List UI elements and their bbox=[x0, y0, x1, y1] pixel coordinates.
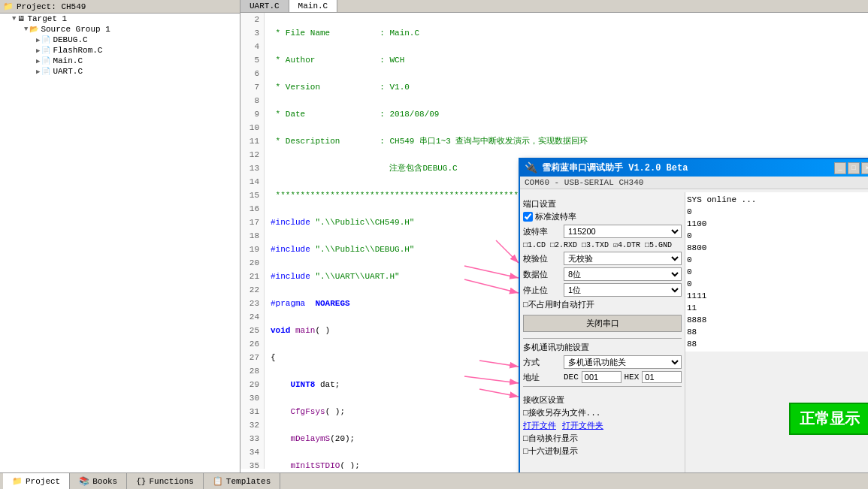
expand-icon-4: ▶ bbox=[36, 47, 40, 55]
sidebar-project-icon: 📁 bbox=[3, 2, 14, 11]
serial-title-left: 🔌 雪莉蓝串口调试助手 V1.2.0 Beta bbox=[525, 161, 688, 174]
output-line-7: 0 bbox=[687, 266, 868, 278]
serial-monitor: 🔌 雪莉蓝串口调试助手 V1.2.0 Beta _ □ ✕ COM60 - US… bbox=[519, 158, 868, 472]
stop-bits-row: 停止位 1位 2位 bbox=[523, 283, 682, 297]
data-bits-row: 数据位 8位 7位 bbox=[523, 267, 682, 281]
addr-dec-input[interactable] bbox=[582, 371, 622, 383]
status-tab-books[interactable]: 📚 Books bbox=[70, 473, 127, 490]
status-tab-functions[interactable]: {} Functions bbox=[127, 473, 204, 490]
addr-hex-input[interactable] bbox=[642, 371, 682, 383]
auto-open-row[interactable]: □不占用时自动打开 bbox=[523, 299, 682, 310]
output-line-3: 1100 bbox=[687, 218, 868, 230]
output-line-1: SYS online ... bbox=[687, 194, 868, 206]
std-baud-checkbox[interactable]: 标准波特率 bbox=[523, 211, 682, 222]
serial-settings: 端口设置 标准波特率 波特率 115200 bbox=[520, 192, 685, 472]
std-baud-check[interactable] bbox=[523, 212, 533, 222]
serial-title-bar: 🔌 雪莉蓝串口调试助手 V1.2.0 Beta _ □ ✕ bbox=[520, 159, 868, 177]
file-icon-flashrom: 📄 bbox=[41, 46, 50, 55]
tree-item-debug[interactable]: ▶ 📄 DEBUG.C bbox=[0, 35, 240, 45]
status-tab-templates[interactable]: 📋 Templates bbox=[204, 473, 280, 490]
output-line-5: 8800 bbox=[687, 242, 868, 254]
expand-icon: ▼ bbox=[12, 15, 16, 23]
source-group-label: Source Group 1 bbox=[41, 25, 110, 34]
output-line-4: 0 bbox=[687, 230, 868, 242]
signal-dtr: ☑4.DTR bbox=[613, 240, 640, 249]
addr-hex-label: HEX bbox=[625, 373, 640, 382]
maximize-button[interactable]: □ bbox=[848, 162, 860, 174]
file-debug: DEBUG.C bbox=[53, 35, 87, 44]
status-tabs: 📁 Project 📚 Books {} Functions 📋 Templat… bbox=[3, 473, 280, 490]
open-file-link[interactable]: 打开文件 bbox=[523, 420, 556, 431]
file-icon-main: 📄 bbox=[41, 56, 50, 65]
target-label: Target 1 bbox=[27, 14, 67, 23]
parity-row: 校验位 无校验 奇校验 偶校验 bbox=[523, 252, 682, 265]
close-port-button[interactable]: 关闭串口 bbox=[523, 315, 682, 332]
receive-file-row[interactable]: □接收另存为文件... bbox=[523, 407, 682, 418]
books-icon: 📚 bbox=[79, 476, 89, 486]
sidebar: 📁 Project: CH549 ▼ 🖥 Target 1 ▼ 📂 Source… bbox=[0, 0, 240, 472]
mode-select[interactable]: 多机通讯功能关 多机通讯功能开 bbox=[564, 355, 682, 369]
file-flashrom: FlashRom.C bbox=[53, 46, 102, 55]
serial-body: 端口设置 标准波特率 波特率 115200 bbox=[520, 192, 868, 472]
stop-bits-label: 停止位 bbox=[523, 285, 561, 296]
normal-display-badge: 正常显示 bbox=[789, 403, 868, 435]
serial-output: SYS online ... 0 1100 0 8800 0 0 0 1111 … bbox=[685, 192, 868, 352]
tree-item-main[interactable]: ▶ 📄 Main.C bbox=[0, 56, 240, 66]
file-links: 打开文件 打开文件夹 bbox=[523, 420, 682, 431]
tree-item-flashrom[interactable]: ▶ 📄 FlashRom.C bbox=[0, 45, 240, 56]
hex-display-label: □十六进制显示 bbox=[523, 445, 578, 457]
folder-icon: 📂 bbox=[29, 25, 38, 34]
mode-label: 方式 bbox=[523, 357, 561, 368]
normal-display-text: 正常显示 bbox=[800, 411, 860, 428]
output-line-10: 11 bbox=[687, 302, 868, 314]
tab-uart[interactable]: UART.C bbox=[240, 0, 289, 12]
com-port-text: COM60 - USB-SERIAL CH340 bbox=[525, 178, 643, 187]
tab-main[interactable]: Main.C bbox=[289, 0, 338, 12]
parity-select[interactable]: 无校验 奇校验 偶校验 bbox=[564, 252, 682, 265]
tree-item-uart[interactable]: ▶ 📄 UART.C bbox=[0, 66, 240, 77]
data-bits-label: 数据位 bbox=[523, 269, 561, 280]
serial-icon: 🔌 bbox=[525, 161, 537, 174]
baud-rate-select[interactable]: 115200 9600 19200 38400 57600 bbox=[564, 225, 682, 238]
output-line-11: 8888 bbox=[687, 314, 868, 326]
file-main: Main.C bbox=[53, 56, 83, 65]
line-numbers: 2345678 91011121314 151617181920 2122232… bbox=[240, 13, 265, 469]
auto-linefeed-label: □自动换行显示 bbox=[523, 433, 578, 444]
addr-dec-label: DEC bbox=[564, 373, 579, 382]
multicom-label: 多机通讯功能设置 bbox=[523, 342, 682, 353]
file-icon-uart: 📄 bbox=[41, 67, 50, 76]
tree-item-source-group[interactable]: ▼ 📂 Source Group 1 bbox=[0, 24, 240, 35]
signal-checkboxes: □1.CD □2.RXD □3.TXD ☑4.DTR □5.GND bbox=[523, 240, 682, 249]
serial-title-buttons: _ □ ✕ bbox=[834, 162, 868, 174]
signal-gnd: □5.GND bbox=[645, 241, 672, 249]
minimize-button[interactable]: _ bbox=[834, 162, 846, 174]
output-line-13: 88 bbox=[687, 338, 868, 350]
expand-icon-3: ▶ bbox=[36, 36, 40, 44]
books-tab-label: Books bbox=[92, 477, 117, 486]
stop-bits-select[interactable]: 1位 2位 bbox=[564, 283, 682, 297]
output-line-2: 0 bbox=[687, 206, 868, 218]
addr-row: 地址 DEC HEX bbox=[523, 371, 682, 383]
status-tab-project[interactable]: 📁 Project bbox=[3, 473, 70, 490]
data-bits-select[interactable]: 8位 7位 bbox=[564, 267, 682, 281]
serial-right-container: 正常显示 SYS online ... 0 1100 0 8800 0 0 0 bbox=[685, 192, 868, 472]
receive-file-label: □接收另存为文件... bbox=[523, 407, 600, 418]
output-line-8: 0 bbox=[687, 278, 868, 290]
receive-label: 接收区设置 bbox=[523, 394, 682, 406]
open-folder-link[interactable]: 打开文件夹 bbox=[562, 420, 603, 431]
signal-cd: □1.CD bbox=[523, 241, 546, 249]
receive-section: 接收区设置 □接收另存为文件... 打开文件 打开文件夹 □自动换行显示 bbox=[523, 390, 682, 457]
tree-item-project[interactable]: ▼ 🖥 Target 1 bbox=[0, 14, 240, 24]
auto-linefeed-row[interactable]: □自动换行显示 bbox=[523, 433, 682, 444]
signal-txd: □3.TXD bbox=[582, 241, 609, 249]
code-tabs: UART.C Main.C bbox=[240, 0, 868, 13]
divider-1 bbox=[523, 338, 682, 339]
close-button[interactable]: ✕ bbox=[861, 162, 868, 174]
signal-rxd: □2.RXD bbox=[550, 241, 577, 249]
hex-display-row[interactable]: □十六进制显示 bbox=[523, 445, 682, 457]
code-editor: UART.C Main.C 2345678 91011121314 151617… bbox=[240, 0, 868, 472]
templates-icon: 📋 bbox=[213, 476, 223, 486]
templates-tab-label: Templates bbox=[226, 477, 271, 486]
output-line-12: 88 bbox=[687, 326, 868, 338]
functions-tab-label: Functions bbox=[149, 477, 193, 486]
